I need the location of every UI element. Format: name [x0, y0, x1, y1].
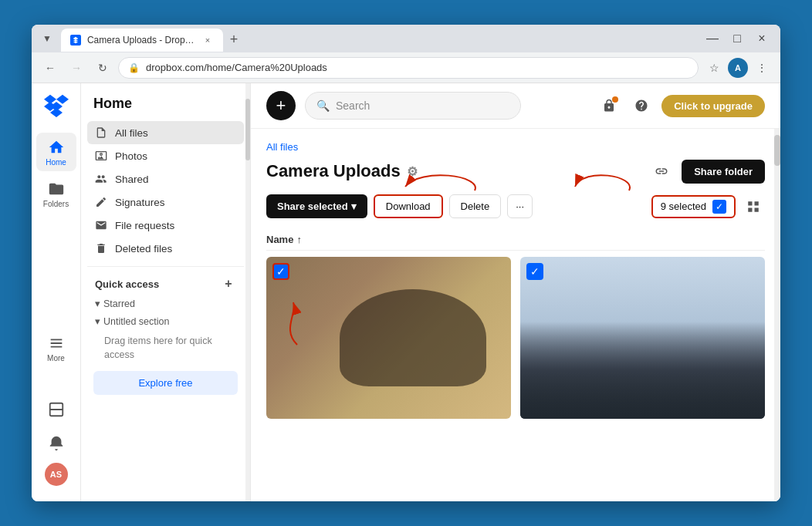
- sidebar-more-btn[interactable]: More: [36, 329, 76, 367]
- explore-free-btn[interactable]: Explore free: [93, 371, 238, 395]
- tab-favicon: [70, 35, 81, 46]
- photo-1-checkbox[interactable]: ✓: [272, 263, 289, 280]
- nav-divider: [87, 266, 244, 267]
- share-selected-label: Share selected: [277, 201, 348, 212]
- sidebar-folders-btn[interactable]: Folders: [36, 174, 76, 213]
- site-info-icon: 🔒: [128, 62, 140, 73]
- name-col-label: Name: [266, 234, 293, 245]
- photo-item-1[interactable]: ✓: [266, 257, 511, 419]
- sidebar-panel-btn[interactable]: [36, 395, 76, 423]
- content-scrollbar[interactable]: [774, 129, 780, 501]
- new-tab-btn[interactable]: +: [223, 29, 245, 50]
- tab-close-btn[interactable]: ×: [201, 34, 214, 46]
- nav-file-requests-label: File requests: [115, 220, 174, 231]
- content-area: All files Camera Uploads ⚙ Share folder: [251, 129, 780, 501]
- search-bar[interactable]: 🔍 Search: [305, 92, 521, 120]
- sidebar-bell-btn[interactable]: [36, 429, 76, 457]
- user-avatar[interactable]: AS: [45, 463, 68, 486]
- upgrade-btn[interactable]: Click to upgrade: [661, 95, 765, 117]
- bookmark-btn[interactable]: ☆: [703, 57, 725, 79]
- photo-2-checkbox[interactable]: ✓: [526, 263, 543, 280]
- back-btn[interactable]: ←: [39, 57, 61, 79]
- photo-item-2[interactable]: ✓: [520, 257, 765, 419]
- folder-title-text: Camera Uploads: [266, 161, 401, 181]
- icon-sidebar: Home Folders More AS: [32, 83, 81, 501]
- share-selected-btn[interactable]: Share selected ▾: [266, 194, 367, 218]
- maximize-btn[interactable]: □: [726, 28, 748, 49]
- more-options-btn[interactable]: ···: [507, 194, 533, 218]
- sidebar-home-btn[interactable]: Home: [36, 133, 76, 171]
- browser-action-btns: ☆ A ⋮: [703, 57, 773, 79]
- search-placeholder: Search: [336, 99, 370, 112]
- main-content: + 🔍 Search Click to upgrade: [251, 83, 780, 501]
- topbar-actions: Click to upgrade: [597, 93, 765, 118]
- help-icon-btn[interactable]: [629, 93, 654, 118]
- untitled-section[interactable]: ▾ Untitled section: [87, 312, 244, 330]
- nav-photos-label: Photos: [115, 150, 147, 162]
- sort-icon: ↑: [296, 234, 302, 245]
- sidebar-scrollbar[interactable]: [245, 83, 250, 501]
- nav-sidebar-title: Home: [87, 93, 244, 121]
- share-selected-chevron: ▾: [351, 201, 357, 212]
- share-folder-btn[interactable]: Share folder: [682, 160, 765, 184]
- nav-file-requests[interactable]: File requests: [87, 214, 244, 237]
- minimize-btn[interactable]: —: [702, 28, 723, 49]
- chevron-icon: ▾: [95, 298, 100, 309]
- nav-shared[interactable]: Shared: [87, 167, 244, 191]
- folder-header-right: Share folder: [649, 159, 765, 184]
- starred-section[interactable]: ▾ Starred: [87, 295, 244, 312]
- starred-label: Starred: [103, 298, 135, 309]
- view-toggle-btn[interactable]: [742, 195, 765, 218]
- address-text: dropbox.com/home/Camera%20Uploads: [146, 62, 327, 73]
- active-tab[interactable]: Camera Uploads - Dropbox ×: [61, 29, 223, 52]
- nav-signatures-label: Signatures: [115, 197, 165, 208]
- folder-header: Camera Uploads ⚙ Share folder: [266, 159, 765, 184]
- nav-all-files-label: All files: [115, 127, 148, 139]
- tab-title: Camera Uploads - Dropbox: [87, 35, 195, 46]
- lock-icon-btn[interactable]: [597, 93, 621, 118]
- folders-label: Folders: [43, 200, 69, 208]
- more-label: More: [47, 354, 65, 362]
- content-scrollbar-thumb: [774, 135, 780, 166]
- home-label: Home: [46, 158, 66, 167]
- nav-deleted-files[interactable]: Deleted files: [87, 237, 244, 260]
- select-all-checkbox[interactable]: ✓: [712, 200, 726, 214]
- browser-titlebar: ▼ Camera Uploads - Dropbox × + — □ ×: [32, 25, 780, 52]
- icon-sidebar-bottom: More AS: [36, 329, 76, 492]
- delete-btn[interactable]: Delete: [449, 194, 502, 218]
- forward-btn[interactable]: →: [66, 57, 87, 79]
- profile-avatar[interactable]: A: [728, 58, 748, 78]
- nav-shared-label: Shared: [115, 174, 149, 185]
- folder-title: Camera Uploads ⚙: [266, 161, 421, 181]
- drag-here-text: Drag items here for quick access: [87, 330, 244, 365]
- window-controls: — □ ×: [702, 28, 773, 49]
- nav-sidebar: Home All files Photos Shared Signatures …: [81, 83, 251, 501]
- photo-grid: ✓ ✓: [266, 257, 765, 419]
- browser-window: ▼ Camera Uploads - Dropbox × + — □ × ← →…: [32, 25, 780, 501]
- quick-access-add-btn[interactable]: +: [221, 276, 236, 292]
- tab-dropdown-btn[interactable]: ▼: [39, 30, 55, 47]
- untitled-section-label: Untitled section: [103, 316, 169, 327]
- tab-bar: Camera Uploads - Dropbox × +: [61, 25, 695, 52]
- nav-photos[interactable]: Photos: [87, 144, 244, 167]
- close-btn[interactable]: ×: [751, 28, 773, 49]
- files-header: Name ↑: [266, 229, 765, 251]
- download-btn[interactable]: Download: [374, 194, 443, 218]
- nav-all-files[interactable]: All files: [87, 121, 244, 144]
- reload-btn[interactable]: ↻: [92, 57, 113, 79]
- browser-menu-btn[interactable]: ⋮: [751, 57, 773, 79]
- app-body: Home Folders More AS: [32, 83, 780, 501]
- address-bar[interactable]: 🔒 dropbox.com/home/Camera%20Uploads: [118, 57, 699, 79]
- settings-icon[interactable]: ⚙: [407, 164, 421, 178]
- sidebar-scrollbar-thumb: [245, 99, 250, 160]
- search-icon: 🔍: [316, 99, 330, 112]
- name-column-header[interactable]: Name ↑: [266, 234, 302, 245]
- file-toolbar: Share selected ▾ Download Delete ··· 9 s…: [266, 194, 765, 218]
- nav-signatures[interactable]: Signatures: [87, 191, 244, 214]
- selected-count-text: 9 selected: [661, 201, 706, 212]
- new-file-btn[interactable]: +: [266, 91, 296, 120]
- copy-link-btn[interactable]: [649, 159, 674, 184]
- dropbox-logo: [44, 93, 69, 120]
- breadcrumb[interactable]: All files: [266, 141, 765, 153]
- browser-controls: ← → ↻ 🔒 dropbox.com/home/Camera%20Upload…: [32, 52, 780, 83]
